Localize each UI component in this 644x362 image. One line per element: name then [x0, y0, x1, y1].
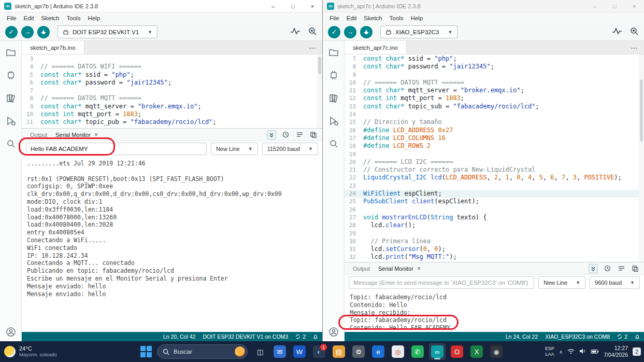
notification-count[interactable]: 2 — [617, 333, 627, 340]
code-line[interactable]: 11const char* mqtt_server = "broker.emqx… — [345, 87, 644, 94]
code-line[interactable]: 25PubSubClient client(espClient); — [345, 198, 644, 205]
taskbar-search-input[interactable]: Buscar — [157, 344, 248, 359]
autoscroll-icon[interactable] — [267, 130, 276, 140]
more-actions-icon[interactable]: ⋯ — [303, 44, 322, 52]
close-tab-icon[interactable]: × — [94, 131, 98, 138]
edge-icon[interactable]: e — [370, 343, 387, 360]
whatsapp-icon[interactable]: ✆ — [409, 343, 426, 360]
code-line[interactable]: 7const char* ssid = "php"; — [345, 55, 644, 63]
code-line[interactable]: 27void mostrarEnLCD(String texto) { — [345, 214, 644, 221]
timestamp-icon[interactable] — [603, 264, 612, 273]
code-line[interactable]: 10// ====== DATOS MQTT ====== — [345, 79, 644, 87]
code-line[interactable]: 3 — [22, 55, 322, 63]
opera-icon[interactable]: O — [449, 343, 465, 360]
menu-item[interactable]: Edit — [20, 15, 38, 21]
close-button[interactable]: × — [624, 0, 644, 12]
board-selector[interactable]: XIAO_ESP32C3 ▼ — [380, 25, 457, 38]
maximize-button[interactable]: □ — [605, 0, 624, 12]
code-line[interactable]: 26 — [345, 206, 644, 214]
clear-output-icon[interactable] — [617, 264, 626, 273]
code-line[interactable]: 22LiquidCrystal_I2C lcd(LCD_ADDRESS, 2, … — [345, 174, 644, 182]
code-line[interactable]: 20// ====== LCD I2C ====== — [345, 158, 644, 166]
serial-monitor-tab[interactable]: Serial Monitor × — [374, 262, 425, 274]
code-line[interactable]: 28 lcd.clear(); — [345, 221, 644, 229]
search-icon[interactable] — [328, 138, 339, 149]
word-icon[interactable]: W — [291, 343, 308, 360]
language-indicator[interactable]: ESPLAA — [545, 346, 554, 357]
code-line[interactable]: 4// ====== DATOS WIFI ====== — [22, 63, 322, 71]
menu-item[interactable]: Edit — [343, 15, 361, 21]
menu-item[interactable]: Sketch — [360, 15, 385, 21]
debug-icon[interactable] — [6, 116, 16, 126]
sketch-tab[interactable]: sketch_apr7c.ino — [345, 41, 407, 54]
copy-icon[interactable] — [631, 264, 640, 273]
menu-item[interactable]: Sketch — [37, 15, 63, 21]
code-line[interactable]: 13const char* topic_sub = "fabacademy/ro… — [345, 103, 644, 110]
serial-message-input[interactable] — [26, 143, 207, 155]
menu-item[interactable]: File — [326, 15, 343, 21]
maximize-button[interactable]: □ — [283, 0, 303, 12]
output-tab[interactable]: Output — [349, 262, 374, 274]
code-line[interactable]: 9 — [345, 71, 644, 79]
code-line[interactable]: 24WiFiClient espClient; — [345, 190, 644, 198]
code-line[interactable]: 31 lcd.setCursor(0, 0); — [345, 245, 644, 253]
baud-rate-select[interactable]: 9600 baud▼ — [590, 276, 640, 289]
code-line[interactable]: 17#define LCD_COLUMNS 16 — [345, 134, 644, 142]
task-view-icon[interactable]: ◫ — [252, 343, 268, 360]
line-ending-select[interactable]: New Line▼ — [211, 143, 258, 155]
code-line[interactable]: 7 — [22, 87, 322, 94]
serial-plotter-icon[interactable] — [290, 27, 300, 37]
camera-icon[interactable]: ◉ — [488, 343, 505, 360]
menu-item[interactable]: Tools — [63, 15, 84, 21]
code-line[interactable]: 11const char* topic_pub = "fabacademy/ro… — [22, 118, 322, 126]
code-line[interactable]: 15// Dirección y tamaño — [345, 118, 644, 126]
code-line[interactable]: 23 — [345, 182, 644, 190]
code-line[interactable]: 16#define LCD_ADDRESS 0x27 — [345, 127, 644, 134]
start-button[interactable] — [139, 345, 153, 358]
code-editor[interactable]: 7const char* ssid = "php";8const char* p… — [345, 54, 644, 262]
library-manager-icon[interactable] — [6, 93, 16, 103]
copy-icon[interactable] — [309, 130, 318, 140]
weather-widget[interactable]: 24°C Mayorm. soleado — [4, 345, 57, 358]
code-line[interactable]: 8const char* password = "jair12345"; — [345, 63, 644, 71]
upload-button[interactable]: → — [21, 26, 34, 38]
boards-manager-icon[interactable] — [6, 70, 16, 80]
search-icon[interactable] — [6, 138, 16, 149]
menu-item[interactable]: Help — [84, 15, 104, 21]
serial-message-input[interactable] — [349, 276, 534, 289]
search-doodle-icon[interactable] — [235, 346, 245, 357]
board-status[interactable]: XIAO_ESP32C3 on COM8 — [545, 333, 610, 340]
bell-icon[interactable] — [313, 334, 318, 340]
library-manager-icon[interactable] — [328, 93, 339, 103]
code-line[interactable]: 8// ====== DATOS MQTT ====== — [22, 94, 322, 102]
code-line[interactable]: 10const int mqtt_port = 1883; — [22, 110, 322, 118]
upload-button[interactable]: → — [344, 26, 356, 38]
code-line[interactable]: 14 — [345, 110, 644, 118]
menu-item[interactable]: Help — [407, 15, 426, 21]
verify-button[interactable]: ✓ — [328, 26, 340, 38]
output-tab[interactable]: Output — [26, 129, 51, 141]
editor-scrollbar[interactable] — [317, 54, 322, 128]
serial-monitor-icon[interactable] — [629, 26, 639, 38]
code-line[interactable]: 12const int mqtt_port = 1883; — [345, 94, 644, 102]
board-selector[interactable]: DOIT ESP32 DEVKIT V1 ▼ — [58, 25, 158, 38]
notification-count[interactable]: 2 — [295, 333, 306, 340]
timestamp-icon[interactable] — [281, 130, 290, 140]
settings-icon[interactable]: ⚙ — [350, 343, 367, 360]
account-icon[interactable] — [328, 327, 339, 337]
code-line[interactable]: 12 — [22, 127, 322, 128]
sketch-tab[interactable]: sketch_apr7b.ino — [22, 41, 84, 54]
bell-icon[interactable] — [635, 334, 640, 340]
title-bar[interactable]: ∞ sketch_apr7c | Arduino IDE 2.3.8 – □ × — [323, 0, 644, 12]
serial-monitor-icon[interactable] — [308, 26, 317, 38]
menu-item[interactable]: File — [3, 15, 20, 21]
battery-icon[interactable] — [591, 347, 599, 356]
boards-manager-icon[interactable] — [328, 70, 339, 80]
minimize-button[interactable]: – — [263, 0, 283, 12]
sketchbook-folder-icon[interactable] — [328, 47, 339, 58]
arduino-ide-icon[interactable]: ∞ — [429, 343, 446, 360]
autoscroll-icon[interactable] — [589, 264, 598, 273]
account-icon[interactable] — [6, 327, 16, 337]
menu-item[interactable]: Tools — [386, 15, 407, 21]
notification-badge[interactable]: 2 — [633, 347, 641, 356]
